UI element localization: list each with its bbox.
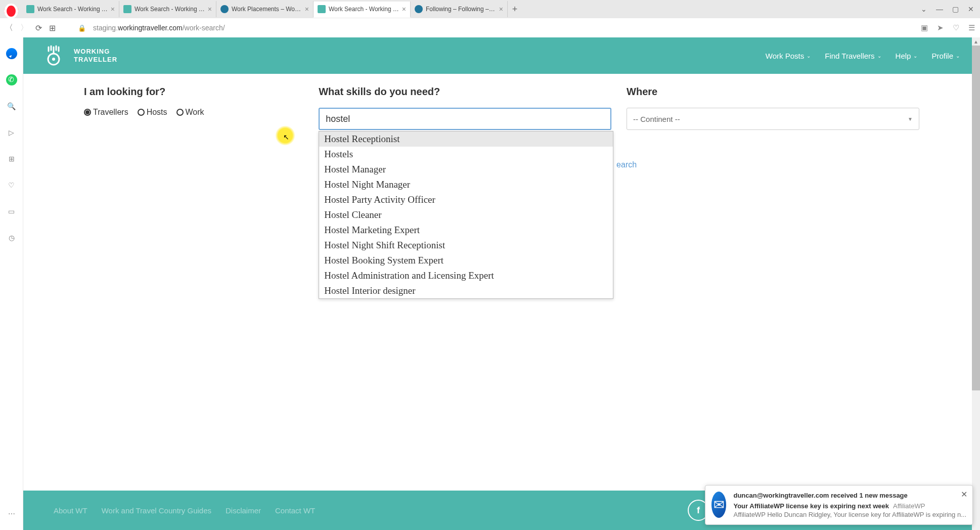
tab-favicon [123, 5, 131, 13]
lock-icon[interactable]: 🔒 [78, 24, 86, 32]
heart-icon[interactable]: ♡ [953, 23, 959, 32]
speed-dial-icon[interactable]: ⊞ [49, 23, 56, 33]
send-icon[interactable]: ➤ [937, 23, 944, 32]
tab-close-button[interactable]: × [499, 5, 503, 13]
tabs-menu-icon[interactable]: ⌄ [921, 5, 927, 13]
address-bar: 〈 〉 ⟳ ⊞ 🔒 staging.workingtraveller.com/w… [0, 18, 980, 37]
tab-title: Work Search - Working Tra [135, 6, 205, 13]
tab-favicon [26, 5, 34, 13]
browser-tab[interactable]: Following – Following – Jo× [411, 1, 508, 17]
easy-setup-icon[interactable]: ☰ [968, 23, 975, 32]
tab-close-button[interactable]: × [208, 5, 212, 13]
minimize-button[interactable]: — [936, 5, 943, 13]
url-text[interactable]: staging.workingtraveller.com/work-search… [93, 24, 914, 32]
tab-favicon [318, 5, 326, 13]
browser-tab[interactable]: Work Search - Working Tra× [22, 1, 119, 17]
browser-tab[interactable]: Work Search - Working Tra× [314, 2, 411, 18]
browser-sidebar: 🔍 ▷ ⊞ ♡ ▭ ◷ ⋯ [0, 37, 23, 38]
opera-logo[interactable] [4, 4, 18, 18]
snapshot-icon[interactable]: ▣ [921, 23, 928, 32]
maximize-button[interactable]: ▢ [952, 5, 959, 13]
reload-button[interactable]: ⟳ [35, 23, 42, 33]
tab-title: Following – Following – Jo [426, 6, 496, 13]
browser-tab[interactable]: Work Search - Working Tra× [119, 1, 216, 17]
tab-bar: Work Search - Working Tra×Work Search - … [0, 0, 980, 18]
tab-title: Work Search - Working Tra [329, 6, 399, 13]
tab-close-button[interactable]: × [305, 5, 309, 13]
tab-favicon [415, 5, 423, 13]
tab-favicon [220, 5, 229, 13]
new-tab-button[interactable]: + [508, 4, 522, 15]
tab-close-button[interactable]: × [402, 5, 406, 13]
site-header: WORKINGTRAVELLER Work Posts⌄Find Travell… [23, 37, 980, 38]
forward-button: 〉 [20, 23, 28, 33]
tab-close-button[interactable]: × [111, 5, 115, 13]
page-scrollbar[interactable]: ▲ [972, 37, 980, 38]
scroll-up-icon[interactable]: ▲ [972, 37, 980, 38]
browser-tab[interactable]: Work Placements – Work P× [216, 1, 314, 17]
tab-title: Work Search - Working Tra [37, 6, 108, 13]
back-button[interactable]: 〈 [5, 23, 13, 33]
close-window-button[interactable]: ✕ [968, 5, 974, 13]
tab-title: Work Placements – Work P [232, 6, 302, 13]
